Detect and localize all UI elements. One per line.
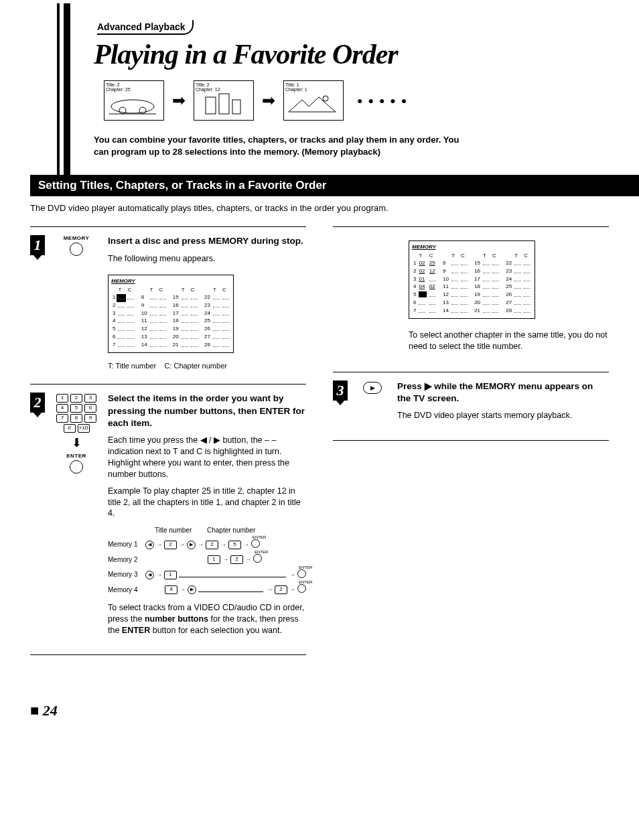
memory-button-icon [70,242,83,256]
svg-point-7 [323,96,328,101]
step-1-desc: The following menu appears. [108,253,306,265]
thumbnail-row: Title: 2 Chapter: 25 ➡ Title: 2 Chapter:… [104,80,609,121]
arrow-down-icon: ⬇ [54,435,99,450]
play-button-icon: ▶ [363,382,382,394]
step-3-title: Press ▶ while the MEMORY menu appears on… [397,380,609,405]
step-2-example: Example To play chapter 25 in title 2, c… [108,486,306,520]
enter-icon [297,584,306,593]
memory-sequence: Title number Chapter number Memory 1 ◀→2… [108,526,306,596]
step-2-para2: To select tracks from a VIDEO CD/audio C… [108,602,306,636]
ellipsis-icon: ●●●●● [357,95,412,106]
memory-row-1: Memory 1 ◀→2→▶→2→5→ENTER [108,539,306,551]
step-3-desc: The DVD video player starts memory playb… [397,410,609,421]
sub-intro: The DVD video player automatically plays… [30,203,609,213]
col2-note: To select another chapter in the same ti… [409,330,609,353]
step-3: 3 ▶ Press ▶ while the MEMORY menu appear… [333,372,609,427]
memory-table-empty: MEMORY TC TC TC TC1 8 15 222 9 16 233 10… [108,275,234,352]
buildings-icon [196,92,249,115]
thumb-2: Title: 2 Chapter: 12 [194,80,254,121]
thumb-1: Title: 2 Chapter: 25 [104,80,164,121]
svg-point-1 [119,107,126,114]
step-number: 2 [30,393,45,413]
left-button-icon: ◀ [145,541,154,549]
section-header: Setting Titles, Chapters, or Tracks in a… [30,175,639,196]
landscape-icon [285,92,339,115]
car-icon [106,92,159,115]
step-number: 1 [30,235,45,255]
enter-icon [251,539,260,548]
enter-button-icon [70,460,83,474]
memory-row-4: Memory 4 4→▶→2→ENTER [108,584,306,596]
remote-play: ▶ [356,380,388,427]
enter-icon [297,569,306,578]
page-number: 24 [30,702,609,719]
step-2-title: Select the items in the order you want b… [108,393,306,429]
memory-row-3: Memory 3 ◀→1→ENTER [108,569,306,581]
memory-table-filled: MEMORY TC TC TC TC10225 8 15 2220212 9 1… [409,240,535,318]
section-tab: Advanced Playback [97,20,194,35]
step-number: 3 [333,380,348,401]
arrow-icon: ➡ [172,91,186,110]
right-button-icon: ▶ [187,541,196,549]
svg-rect-6 [232,100,240,114]
remote-numpad: 123 456 789 0+10 ⬇ ENTER [54,393,99,641]
svg-rect-5 [219,94,229,114]
thumb-3: Title: 1 Chapter: 1 [283,80,344,121]
right-button-icon: ▶ [188,585,196,594]
enter-icon [253,554,262,563]
remote-memory: MEMORY [54,235,99,370]
svg-point-0 [111,100,154,113]
left-button-icon: ◀ [145,571,154,579]
step-2-continued: MEMORY TC TC TC TC10225 8 15 2220212 9 1… [333,226,609,358]
page-title: Playing in a Favorite Order [94,38,609,70]
step-1-title: Insert a disc and press MEMORY during st… [108,235,306,247]
step-2: 2 123 456 789 0+10 ⬇ ENTER Select the it… [30,384,306,641]
step-1: 1 MEMORY Insert a disc and press MEMORY … [30,226,306,370]
table-legend: T: Title number C: Chapter number [108,361,306,371]
svg-rect-4 [206,97,216,114]
intro-text: You can combine your favorite titles, ch… [94,134,469,158]
arrow-icon: ➡ [262,91,275,110]
svg-point-2 [139,107,146,114]
step-2-para1: Each time you press the ◀ / ▶ button, th… [108,435,306,480]
memory-row-2: Memory 2 1→2→ENTER [108,554,306,565]
